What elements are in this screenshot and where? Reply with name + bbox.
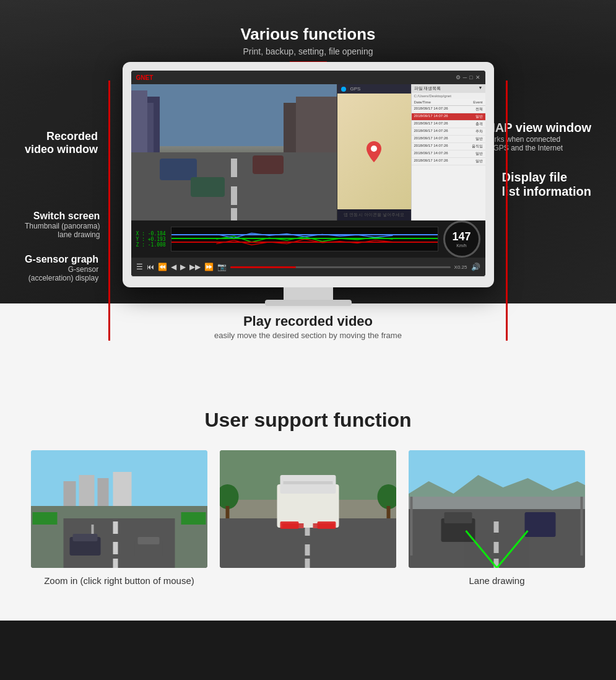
- road-scene-follow: [220, 450, 396, 568]
- player-ui: GNET ⚙ ─ □ ✕: [131, 71, 485, 276]
- monitor-stand-base: [265, 300, 352, 306]
- icon-minimize[interactable]: ─: [463, 74, 467, 81]
- svg-rect-24: [92, 525, 94, 534]
- play-info: Play recorded video easily move the desi…: [214, 313, 402, 341]
- svg-rect-57: [525, 512, 556, 537]
- file-list-columns: Date/Time Event: [412, 99, 485, 106]
- svg-rect-27: [73, 534, 98, 541]
- monitor-outer: GNET ⚙ ─ □ ✕: [123, 62, 494, 287]
- svg-rect-9: [231, 208, 237, 220]
- g-sensor-label: G-sensor graph G-sensor(acceleration) di…: [25, 254, 98, 282]
- various-functions-block: Various functions Print, backup, setting…: [240, 25, 375, 63]
- svg-rect-48: [387, 506, 391, 518]
- icon-maximize[interactable]: □: [469, 74, 472, 81]
- btn-step-fwd[interactable]: ▶▶: [189, 263, 201, 271]
- progress-bar[interactable]: [230, 266, 451, 268]
- svg-rect-52: [494, 521, 499, 533]
- follow-svg: [220, 450, 396, 568]
- icon-settings[interactable]: ⚙: [456, 74, 461, 81]
- player-sensor: X : -0.184 Y : +0.193 Z : -1.008: [131, 220, 485, 258]
- various-functions-title: Various functions: [240, 25, 375, 44]
- file-list-item[interactable]: 2018/09/17 14:07:26충격: [412, 121, 485, 128]
- map-instruction-text: 앱 연동 시 아이콘을 넣어주세요: [337, 209, 411, 220]
- highway-svg: [31, 450, 207, 568]
- svg-rect-22: [113, 542, 118, 554]
- speed-gauge: 147 Km/h: [443, 220, 480, 258]
- file-list-item[interactable]: 2018/09/17 14:07:26일반: [412, 136, 485, 143]
- svg-rect-11: [253, 155, 284, 174]
- svg-rect-44: [318, 521, 336, 529]
- thumb-item-follow: [220, 450, 396, 586]
- thumb-img-follow: [220, 450, 396, 568]
- g-sensor-title: G-sensor graph: [25, 254, 98, 265]
- svg-rect-30: [33, 512, 58, 525]
- svg-rect-8: [231, 186, 237, 205]
- bottom-section: User support function: [0, 384, 616, 621]
- col-date: Date/Time: [414, 100, 431, 104]
- player-video[interactable]: [131, 84, 337, 220]
- col-event: Event: [473, 100, 482, 104]
- switch-screen-title: Switch screen: [25, 211, 100, 222]
- svg-rect-31: [181, 512, 206, 525]
- player-controls: ☰ ⏮ ⏪ ◀ ▶ ▶▶ ⏩ 📷 X0.25 🔊: [131, 258, 485, 276]
- file-list-header: 파일 재생목록 ▼: [412, 84, 485, 93]
- btn-prev[interactable]: ⏪: [158, 263, 167, 271]
- sensor-data: X : -0.184 Y : +0.193 Z : -1.008: [136, 231, 166, 248]
- street-scene-svg: [131, 84, 337, 220]
- thumb-caption-zoom: Zoom in (click right button of mouse): [31, 575, 207, 586]
- icon-close[interactable]: ✕: [475, 74, 480, 81]
- thumbnails-row: Zoom in (click right button of mouse): [31, 450, 585, 586]
- right-border-line: [506, 81, 508, 341]
- svg-rect-29: [138, 537, 160, 544]
- sensor-line-blue: [171, 234, 438, 235]
- user-support-title: User support function: [31, 409, 585, 432]
- svg-rect-17: [98, 478, 109, 506]
- svg-rect-12: [191, 177, 225, 197]
- btn-skip-start[interactable]: ⏮: [147, 263, 154, 271]
- file-list-arrow: ▼: [479, 85, 483, 92]
- svg-rect-61: [581, 497, 583, 556]
- switch-screen-subtitle: Thumbnail (panorama)lane drawing: [25, 222, 100, 239]
- file-list-item[interactable]: 2018/09/17 14:07:26주차: [412, 128, 485, 136]
- map-view-title: MAP view window: [485, 121, 591, 135]
- monitor-screen: GNET ⚙ ─ □ ✕: [131, 71, 485, 276]
- thumb-item-zoom: Zoom in (click right button of mouse): [31, 450, 207, 586]
- sensor-y: Y : +0.193: [136, 237, 166, 242]
- btn-play[interactable]: ▶: [180, 263, 186, 271]
- sensor-line-red: [171, 242, 438, 243]
- file-list-item[interactable]: 2018/09/17 14:07:26일반: [412, 150, 485, 158]
- file-list-item-active[interactable]: 2018/09/17 14:07:26일반: [412, 113, 485, 121]
- svg-rect-36: [305, 544, 310, 556]
- left-border-line: [108, 81, 110, 341]
- svg-rect-51: [409, 497, 585, 509]
- road-scene-highway: [31, 450, 207, 568]
- svg-rect-23: [113, 559, 118, 568]
- thumb-caption-lane: Lane drawing: [409, 575, 585, 586]
- thumb-img-zoom: [31, 450, 207, 568]
- svg-rect-15: [64, 481, 76, 506]
- svg-rect-40: [284, 481, 333, 484]
- sensor-line-green: [171, 238, 438, 239]
- lane-svg: [409, 450, 585, 568]
- file-list-title: 파일 재생목록: [414, 85, 441, 92]
- map-pin-svg: [367, 141, 381, 162]
- btn-step-back[interactable]: ◀: [171, 263, 176, 271]
- svg-rect-7: [231, 159, 237, 177]
- btn-menu[interactable]: ☰: [136, 263, 143, 271]
- map-label: GPS: [350, 86, 361, 92]
- player-map-panel: GPS 앱 연동 시 아이콘을 넣어주세요: [337, 84, 411, 220]
- various-functions-subtitle: Print, backup, setting, file opening: [240, 46, 375, 56]
- thumb-item-lane: Lane drawing: [409, 450, 585, 586]
- svg-rect-56: [445, 512, 472, 523]
- btn-next[interactable]: ⏩: [204, 263, 214, 271]
- player-title-icons: ⚙ ─ □ ✕: [456, 74, 480, 81]
- btn-volume[interactable]: 🔊: [471, 263, 480, 271]
- btn-capture[interactable]: 📷: [217, 263, 227, 271]
- svg-rect-3: [131, 90, 147, 159]
- file-list-item[interactable]: 2018/09/17 14:07:26일반: [412, 158, 485, 165]
- file-list-item[interactable]: 2018/09/17 14:07:26움직임: [412, 143, 485, 150]
- player-logo: GNET: [136, 74, 154, 81]
- file-list-item[interactable]: 2018/09/17 14:07:26전체: [412, 106, 485, 113]
- svg-rect-18: [113, 472, 132, 506]
- zoom-level: X0.25: [454, 264, 467, 270]
